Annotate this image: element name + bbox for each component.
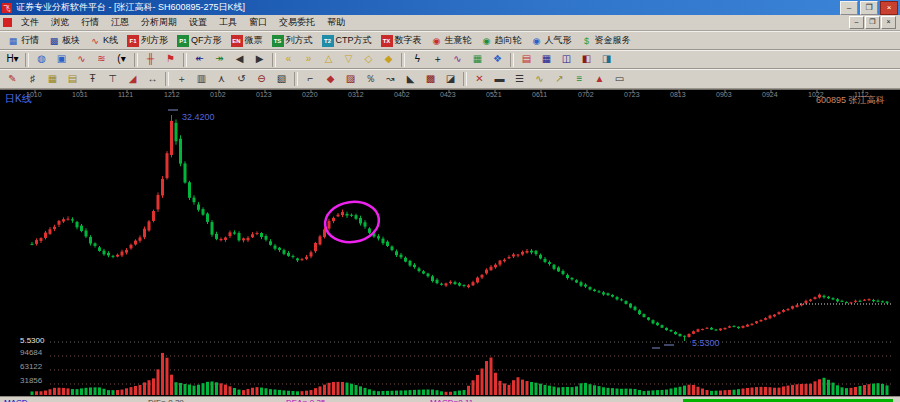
toolbar-button-digit-table[interactable]: TX数字表 — [377, 32, 426, 49]
toolbar-button-quotes[interactable]: ▦行情 — [3, 32, 43, 49]
arrow-ne-icon[interactable]: ↗ — [550, 71, 569, 88]
toolbar-separator — [183, 53, 187, 67]
matrix-icon[interactable]: ▦ — [537, 51, 556, 68]
wave-arrow-icon[interactable]: ↝ — [381, 71, 400, 88]
bands-icon[interactable]: ▥ — [192, 71, 211, 88]
toolbar-button-wheel-trend[interactable]: ◉趋向轮 — [477, 32, 526, 49]
paren-dropdown-icon[interactable]: (▾ — [112, 51, 131, 68]
grid-window-icon[interactable]: ◫ — [557, 51, 576, 68]
toolbar-button-wheel-popularity[interactable]: ◉人气形 — [527, 32, 576, 49]
close-button[interactable]: × — [880, 1, 898, 15]
toolbar-button-qf-view[interactable]: P1QF方形 — [173, 32, 226, 49]
toolbar-button-ts-mode[interactable]: TS列方式 — [268, 32, 317, 49]
toolbar-button-wheel-business[interactable]: ◉生意轮 — [427, 32, 476, 49]
volume-bar — [125, 388, 128, 395]
arrow-up-icon[interactable]: △ — [319, 51, 338, 68]
volume-bar — [80, 388, 83, 395]
report-table-icon[interactable]: ▤ — [517, 51, 536, 68]
menu-item-4[interactable]: 分析周期 — [135, 16, 183, 29]
pitchfork-icon[interactable]: ⋏ — [212, 71, 231, 88]
toolbar-button-fund-service[interactable]: $资金服务 — [577, 32, 635, 49]
half-square-icon[interactable]: ◪ — [441, 71, 460, 88]
hash-grid-icon[interactable]: ♯ — [23, 71, 42, 88]
cross-plus-icon[interactable]: ＋ — [172, 71, 191, 88]
equals-lines-icon[interactable]: ≡ — [570, 71, 589, 88]
menu-item-8[interactable]: 交易委托 — [273, 16, 321, 29]
h-arrows-icon[interactable]: ↔ — [143, 71, 162, 88]
restore-button[interactable]: ❐ — [860, 1, 878, 15]
save-disk-icon[interactable]: ◧ — [577, 51, 596, 68]
volume-bar — [733, 390, 736, 395]
toolbar-button-ctp-mode[interactable]: T2CTP方式 — [318, 32, 376, 49]
shade-b-icon[interactable]: ▨ — [341, 71, 360, 88]
volume-bar — [782, 386, 785, 395]
compress-icon[interactable]: ◆ — [379, 51, 398, 68]
chart-canvas[interactable] — [0, 90, 900, 396]
menu-item-7[interactable]: 窗口 — [243, 16, 273, 29]
circle-minus-icon[interactable]: ⊖ — [252, 71, 271, 88]
kline-box-icon[interactable]: ╫ — [141, 51, 160, 68]
rotate-cycle-icon[interactable]: ↺ — [232, 71, 251, 88]
globe-icon[interactable]: ◍ — [32, 51, 51, 68]
nav-first-icon[interactable]: ↞ — [190, 51, 209, 68]
mdi-restore-button[interactable]: ❐ — [865, 16, 880, 29]
kline-chart-area[interactable]: 1010103111211212010201230220031204020423… — [0, 89, 900, 396]
minimize-button[interactable]: – — [840, 1, 858, 15]
menu-item-3[interactable]: 江恩 — [105, 16, 135, 29]
mdi-minimize-button[interactable]: – — [849, 16, 864, 29]
export-disk-icon[interactable]: ◨ — [597, 51, 616, 68]
pencil-icon[interactable]: ✎ — [3, 71, 22, 88]
t-flag-icon[interactable]: ⊤ — [103, 71, 122, 88]
lines-three-icon[interactable]: ☰ — [510, 71, 529, 88]
tri-up-icon[interactable]: ▲ — [590, 71, 609, 88]
toolbar-button-f1-list[interactable]: F1列方形 — [123, 32, 172, 49]
candle-body — [836, 299, 839, 301]
indicator-name-label[interactable]: MACD — [4, 398, 28, 402]
volume-bar — [134, 386, 137, 395]
grid-yellow-b-icon[interactable]: ▤ — [63, 71, 82, 88]
flag-chart-icon[interactable]: ⚑ — [161, 51, 180, 68]
volume-bar — [751, 388, 754, 395]
menu-item-2[interactable]: 行情 — [75, 16, 105, 29]
crosshair-icon[interactable]: ＋ — [428, 51, 447, 68]
menu-item-5[interactable]: 设置 — [183, 16, 213, 29]
expand-icon[interactable]: ◇ — [359, 51, 378, 68]
mdi-close-button[interactable]: × — [881, 16, 896, 29]
palette-icon[interactable]: ❖ — [488, 51, 507, 68]
trend-red-1-icon[interactable]: ∿ — [72, 51, 91, 68]
multi-chart-icon[interactable]: ▦ — [468, 51, 487, 68]
menu-item-6[interactable]: 工具 — [213, 16, 243, 29]
nav-prev-icon[interactable]: ◀ — [230, 51, 249, 68]
menu-item-0[interactable]: 文件 — [15, 16, 45, 29]
toolbar-button-sectors[interactable]: ▩板块 — [44, 32, 84, 49]
diamond-dot-icon[interactable]: ◆ — [321, 71, 340, 88]
rect-outline-icon[interactable]: ▭ — [610, 71, 629, 88]
menu-item-9[interactable]: 帮助 — [321, 16, 351, 29]
grid-yellow-a-icon[interactable]: ▦ — [43, 71, 62, 88]
shade-c-icon[interactable]: ▩ — [421, 71, 440, 88]
percent-icon[interactable]: ％ — [361, 71, 380, 88]
zoom-out-icon[interactable]: « — [279, 51, 298, 68]
overlay-wave-icon[interactable]: ∿ — [448, 51, 467, 68]
menu-item-1[interactable]: 浏览 — [45, 16, 75, 29]
nav-last-icon[interactable]: ↠ — [210, 51, 229, 68]
corner-icon[interactable]: ⌐ — [301, 71, 320, 88]
tri-left-icon[interactable]: ◣ — [401, 71, 420, 88]
h-scale-dropdown-icon[interactable]: H▾ — [3, 51, 22, 68]
arrow-down-icon[interactable]: ▽ — [339, 51, 358, 68]
shade-a-icon[interactable]: ▧ — [272, 71, 291, 88]
toolbar-button-en-ticket[interactable]: EN微票 — [227, 32, 267, 49]
wedge-icon[interactable]: ◢ — [123, 71, 142, 88]
cross-x-icon[interactable]: ✕ — [470, 71, 489, 88]
t-line-icon[interactable]: Ŧ — [83, 71, 102, 88]
info-box-icon[interactable]: ▣ — [52, 51, 71, 68]
wave-two-icon[interactable]: ∿ — [530, 71, 549, 88]
trend-red-2-icon[interactable]: ≋ — [92, 51, 111, 68]
pointer-flash-icon[interactable]: ϟ — [408, 51, 427, 68]
zoom-in-icon[interactable]: » — [299, 51, 318, 68]
nav-next-icon[interactable]: ▶ — [250, 51, 269, 68]
candle-body — [742, 326, 745, 328]
candle-body — [580, 282, 583, 286]
toolbar-button-kline[interactable]: ∿K线 — [85, 32, 122, 49]
bar-block-icon[interactable]: ▬ — [490, 71, 509, 88]
